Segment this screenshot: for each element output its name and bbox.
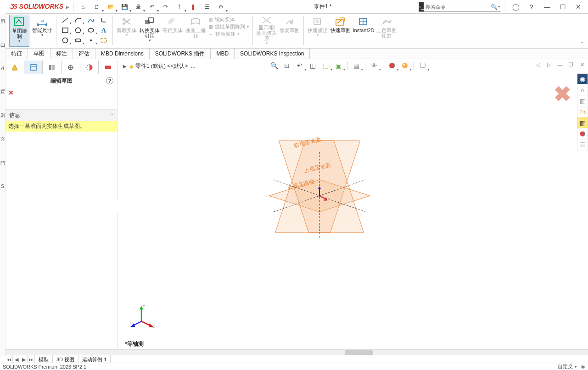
design-library-icon[interactable]: ⌂ xyxy=(577,84,588,95)
pm-tab-dimxpert[interactable] xyxy=(62,61,80,74)
breadcrumb-text[interactable]: 零件1 (默认) <<默认>_... xyxy=(135,62,196,70)
close-button[interactable]: ✕ xyxy=(571,1,585,13)
rebuild-icon[interactable]: ❚ xyxy=(187,1,199,13)
print-icon[interactable]: 🖶 xyxy=(132,1,144,13)
breadcrumb-expand-icon[interactable]: ▶ xyxy=(122,64,128,69)
tab-addins[interactable]: SOLIDWORKS 插件 xyxy=(150,49,211,59)
sketch-draw-button[interactable]: 草图绘制 ▾ xyxy=(9,15,29,47)
svg-rect-3 xyxy=(62,28,68,33)
status-bar: SOLIDWORKS Premium 2023 SP2.1 自定义 ▾ ◉ xyxy=(0,363,588,370)
custom-props-icon[interactable] xyxy=(577,128,588,139)
svg-rect-27 xyxy=(49,65,51,70)
point-tool-icon[interactable] xyxy=(86,36,96,45)
redo-icon[interactable]: ↷ xyxy=(160,1,172,13)
pm-info-header[interactable]: 信息 ⌃ xyxy=(6,109,117,121)
options-list-icon[interactable]: ☰ xyxy=(201,1,213,13)
tab-annotate[interactable]: 标注 xyxy=(50,49,73,59)
pm-tab-feature-tree[interactable] xyxy=(6,61,24,74)
status-custom-label[interactable]: 自定义 xyxy=(558,363,573,370)
tab-evaluate[interactable]: 评估 xyxy=(73,49,95,59)
fillet-tool-icon[interactable] xyxy=(99,16,109,25)
mirror-icon: ▥ xyxy=(208,17,213,22)
user-icon[interactable]: ◯ xyxy=(509,1,523,13)
pm-help-icon[interactable]: ? xyxy=(106,77,113,84)
graphics-area[interactable]: ▶ ◆ 零件1 (默认) <<默认>_... 🔍 ⊡ ↶ ◫ ⬚ ▣ ▦ 👁 🖵… xyxy=(118,61,588,356)
view-settings-icon[interactable]: 🖵 xyxy=(418,61,428,71)
command-manager-tabs: 特征 草图 标注 评估 MBD Dimensions SOLIDWORKS 插件… xyxy=(6,48,588,59)
select-icon[interactable]: ⭡ xyxy=(174,1,185,13)
arc-tool-icon[interactable] xyxy=(73,16,83,25)
new-file-icon[interactable]: 🗋 xyxy=(91,1,103,13)
smart-dimension-button[interactable]: ⌀ 智能尺寸 ▾ xyxy=(32,15,52,47)
slot-tool-icon[interactable] xyxy=(73,36,83,45)
pm-cancel-button[interactable]: ✕ xyxy=(6,87,117,98)
orientation-triad[interactable]: Y X Z xyxy=(129,303,154,329)
doc-close-icon[interactable]: ✕ xyxy=(578,61,586,69)
home-icon[interactable]: ⌂ xyxy=(77,1,89,13)
apply-scene-icon[interactable] xyxy=(400,61,410,71)
section-view-icon[interactable]: ◫ xyxy=(308,61,318,71)
repair-icon xyxy=(283,16,296,28)
tab-mbd-dimensions[interactable]: MBD Dimensions xyxy=(95,49,150,59)
tab-inspection[interactable]: SOLIDWORKS Inspection xyxy=(235,49,310,59)
convert-entities-button[interactable]: 转换实体引用▾ xyxy=(140,15,160,47)
edit-appearance-icon[interactable] xyxy=(387,61,397,71)
pm-tab-property-mgr[interactable] xyxy=(24,61,43,74)
doc-next-icon[interactable]: ▷ xyxy=(545,61,553,69)
relations-label: 显示/删除几何关系 xyxy=(257,25,277,41)
appearances-icon[interactable]: ▦ xyxy=(577,117,588,128)
doc-minimize-icon[interactable]: — xyxy=(556,61,564,69)
maximize-button[interactable]: ☐ xyxy=(556,1,570,13)
shaded-contour-label: 上色草图轮廓 xyxy=(376,28,397,39)
open-file-icon[interactable]: 📂 xyxy=(105,1,117,13)
undo-icon[interactable]: ↶ xyxy=(146,1,158,13)
forum-icon[interactable]: ☰ xyxy=(577,139,588,150)
zoom-area-icon[interactable]: ⊡ xyxy=(282,61,292,71)
pm-tab-config-mgr[interactable] xyxy=(43,61,62,74)
instant2d-button[interactable]: Instant2D xyxy=(353,15,374,47)
svg-text:⌀: ⌀ xyxy=(41,18,44,23)
svg-point-4 xyxy=(63,38,68,43)
status-dropdown-icon[interactable]: ▾ xyxy=(575,364,577,369)
pm-tab-cam[interactable] xyxy=(99,61,117,74)
prev-view-icon[interactable]: ↶ xyxy=(295,61,305,71)
polygon-tool-icon[interactable] xyxy=(73,26,83,35)
doc-prev-icon[interactable]: ◁ xyxy=(534,61,542,69)
save-icon[interactable]: 💾 xyxy=(118,1,130,13)
view-orientation-icon[interactable]: ⬚ xyxy=(320,61,330,71)
doc-restore-icon[interactable]: ❐ xyxy=(567,61,575,69)
zoom-to-fit-icon[interactable]: 🔍 xyxy=(269,61,279,71)
display-style-icon[interactable]: ▣ xyxy=(333,61,343,71)
pm-tab-display-mgr[interactable] xyxy=(80,61,99,74)
tab-sketch[interactable]: 草图 xyxy=(28,49,50,59)
svg-text:X: X xyxy=(151,325,154,329)
view-orientation-name: *等轴测 xyxy=(125,340,144,348)
rapid-sketch-button[interactable]: 快速草图 xyxy=(330,15,351,47)
help-icon[interactable]: ? xyxy=(525,1,538,13)
status-extra-icon[interactable]: ◉ xyxy=(581,364,585,370)
tab-feature[interactable]: 特征 xyxy=(6,49,28,59)
spline-tool-icon[interactable] xyxy=(86,16,96,25)
text-tool-icon[interactable]: A xyxy=(99,26,109,35)
sw-resources-icon[interactable]: ◉ xyxy=(577,73,588,84)
hide-show-icon[interactable]: ▦ xyxy=(351,61,361,71)
eye-icon[interactable]: 👁 xyxy=(369,61,379,71)
command-search[interactable]: ›_ 🔍 ▾ xyxy=(419,2,501,12)
file-explorer-icon[interactable]: ▥ xyxy=(577,95,588,106)
settings-gear-icon[interactable]: ⚙ xyxy=(215,1,227,13)
search-dropdown-icon[interactable]: ▾ xyxy=(498,5,501,9)
plane-tool-icon[interactable] xyxy=(99,36,109,45)
search-input[interactable] xyxy=(424,4,491,10)
logo-dropdown-icon[interactable]: ▸ xyxy=(66,3,69,11)
minimize-button[interactable]: — xyxy=(540,1,554,13)
tab-mbd[interactable]: MBD xyxy=(211,49,235,59)
circle-tool-icon[interactable] xyxy=(60,36,70,45)
line-tool-icon[interactable] xyxy=(60,16,70,25)
ellipse-tool-icon[interactable] xyxy=(86,26,96,35)
ribbon-collapse-icon[interactable]: ⌃ xyxy=(579,40,585,47)
sketch-tools-col-3 xyxy=(86,15,96,47)
view-palette-icon[interactable]: 🗁 xyxy=(577,106,588,117)
rect-tool-icon[interactable] xyxy=(60,26,70,35)
search-icon[interactable]: 🔍 xyxy=(491,4,498,10)
pm-info-message: 选择一基准面为实体生成草图。 xyxy=(6,121,117,132)
